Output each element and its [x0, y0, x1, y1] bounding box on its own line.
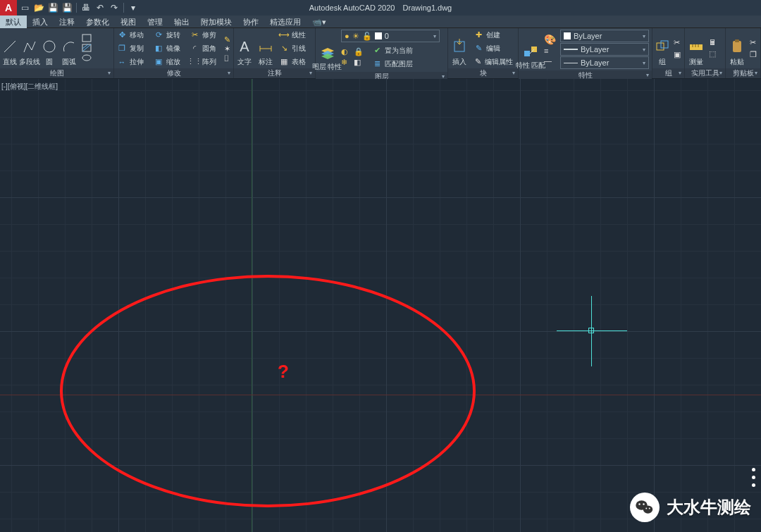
select-icon[interactable]: ⬚ [709, 49, 717, 58]
rect-icon[interactable] [82, 34, 93, 44]
panel-title-util[interactable]: 实用工具 [685, 68, 725, 78]
copy-button[interactable]: ❐复制 [114, 42, 151, 55]
svg-point-28 [649, 508, 650, 509]
fillet-button[interactable]: ◜圆角 [187, 42, 221, 55]
mirror-button[interactable]: ◧镜像 [151, 42, 187, 55]
tab-manage[interactable]: 管理 [142, 16, 168, 28]
table-button[interactable]: ▦表格 [276, 55, 314, 68]
layer-off-icon[interactable]: ◐ [341, 47, 348, 56]
insert-block-button[interactable]: 插入 [448, 28, 471, 68]
tab-featured[interactable]: 精选应用 [264, 16, 307, 28]
group-icon [655, 37, 670, 56]
app-logo[interactable]: A [0, 0, 17, 16]
stretch-button[interactable]: ↔拉伸 [114, 55, 151, 68]
svg-point-24 [643, 505, 653, 513]
color-wheel-icon[interactable]: 🎨 [544, 34, 556, 45]
match-layer-button[interactable]: ≣匹配图层 [369, 57, 416, 70]
panel-title-draw[interactable]: 绘图 [0, 68, 113, 78]
scale-button[interactable]: ▣缩放 [151, 55, 187, 68]
array-button[interactable]: ⋮⋮阵列 [187, 55, 221, 68]
lock-icon: 🔓 [362, 32, 372, 41]
calc-icon[interactable]: 🖩 [709, 38, 717, 47]
tab-default[interactable]: 默认 [0, 16, 27, 28]
doc-name: Drawing1.dwg [403, 4, 452, 12]
leader-button[interactable]: ↘引线 [276, 42, 314, 55]
trim-button[interactable]: ✂修剪 [187, 28, 221, 42]
tab-addons[interactable]: 附加模块 [195, 16, 237, 28]
text-button[interactable]: A 文字 [234, 28, 255, 68]
drawing-viewport[interactable]: [-][俯视][二维线框] ? 大水牛测绘 [0, 79, 761, 532]
tab-annotate[interactable]: 注释 [54, 16, 80, 28]
cut-icon[interactable]: ✂ [750, 38, 757, 47]
copyclip-icon[interactable]: ❐ [750, 50, 757, 59]
panel-title-group[interactable]: 组 [652, 68, 684, 78]
block-attr-button[interactable]: ✎编辑属性 [471, 55, 516, 68]
open-icon[interactable]: 📂 [32, 1, 45, 14]
panel-group: 组 ✂ ▣ 组 [652, 28, 685, 78]
match-props-button[interactable]: 特性 匹配 [519, 28, 543, 70]
print-icon[interactable]: 🖶 [80, 1, 92, 14]
layer-props-button[interactable]: 图层 特性 [316, 28, 338, 72]
explode-icon[interactable]: ✶ [224, 44, 230, 54]
panel-block: 插入 ✚创建 ✎编辑 ✎编辑属性 块 [448, 28, 519, 78]
undo-icon[interactable]: ↶ [94, 1, 106, 14]
tab-parametric[interactable]: 参数化 [80, 16, 115, 28]
paste-button[interactable]: 粘贴 [726, 28, 748, 68]
group-button[interactable]: 组 [652, 28, 672, 68]
save-icon[interactable]: 💾 [47, 1, 59, 14]
crosshair-cursor [557, 296, 627, 366]
circle-button[interactable]: 圆 [39, 28, 59, 68]
lineweight-icon[interactable]: ≡ [544, 47, 556, 55]
rotate-button[interactable]: ⟳旋转 [151, 28, 187, 42]
panel-title-modify[interactable]: 修改 [114, 68, 233, 78]
arc-button[interactable]: 圆弧 [59, 28, 79, 68]
tab-extra[interactable]: 📹▾ [307, 16, 332, 28]
attr-icon: ✎ [474, 57, 482, 67]
erase-icon[interactable]: ✎ [224, 35, 230, 44]
offset-icon[interactable]: ⌷ [224, 54, 230, 62]
tab-insert[interactable]: 插入 [27, 16, 54, 28]
new-icon[interactable]: ▭ [18, 1, 31, 14]
panel-modify: ✥移动 ❐复制 ↔拉伸 ⟳旋转 ◧镜像 ▣缩放 ✂修剪 ◜圆角 ⋮⋮阵列 ✎ ✶… [114, 28, 234, 78]
saveas-icon[interactable]: 💾 [61, 1, 73, 14]
view-label[interactable]: [-][俯视][二维线框] [1, 82, 58, 92]
layer-freeze-icon[interactable]: ❄ [341, 58, 348, 67]
line-button[interactable]: 直线 [0, 28, 20, 68]
quick-access-toolbar: ▭ 📂 💾 💾 🖶 ↶ ↷ ▾ [18, 1, 140, 14]
chevron-down-icon[interactable]: ▾ [127, 1, 140, 14]
layer-combo[interactable]: ● ☀ 🔓 0 [341, 30, 440, 42]
match-props-icon [523, 42, 538, 61]
linear-dim-button[interactable]: ⟷线性 [276, 28, 314, 42]
tab-output[interactable]: 输出 [168, 16, 195, 28]
measure-button[interactable]: 测量 [685, 28, 707, 68]
dim-button[interactable]: 标注 [255, 28, 276, 68]
polyline-button[interactable]: 多段线 [20, 28, 39, 68]
array-icon: ⋮⋮ [190, 57, 199, 67]
layer-lock-icon[interactable]: 🔒 [354, 47, 364, 56]
panel-title-block[interactable]: 块 [448, 68, 518, 78]
dim-icon [258, 37, 273, 56]
group-edit-icon[interactable]: ▣ [674, 50, 681, 59]
ellipse-icon[interactable] [82, 54, 93, 63]
panel-clipboard: 粘贴 ✂ ❐ 剪贴板 [726, 28, 761, 78]
linetype-icon[interactable]: ― [544, 56, 556, 65]
trim-icon: ✂ [190, 30, 199, 40]
tab-view[interactable]: 视图 [115, 16, 142, 28]
wechat-icon [630, 493, 660, 522]
block-create-button[interactable]: ✚创建 [471, 28, 516, 42]
lineweight-combo[interactable]: ByLayer [560, 43, 649, 56]
linetype-combo[interactable]: ByLayer [560, 56, 649, 69]
ungroup-icon[interactable]: ✂ [674, 38, 681, 47]
panel-title-annotate[interactable]: 注释 [234, 68, 315, 78]
move-button[interactable]: ✥移动 [114, 28, 151, 42]
tab-collab[interactable]: 协作 [237, 16, 264, 28]
redo-icon[interactable]: ↷ [108, 1, 120, 14]
leader-icon: ↘ [279, 44, 289, 54]
color-combo[interactable]: ByLayer [560, 30, 649, 42]
set-current-button[interactable]: ✔置为当前 [369, 44, 416, 57]
panel-title-clipboard[interactable]: 剪贴板 [726, 68, 760, 78]
copy-icon: ❐ [117, 44, 127, 54]
layer-color-icon[interactable]: ◧ [354, 58, 364, 67]
hatch-icon[interactable] [82, 44, 93, 54]
block-edit-button[interactable]: ✎编辑 [471, 42, 516, 55]
